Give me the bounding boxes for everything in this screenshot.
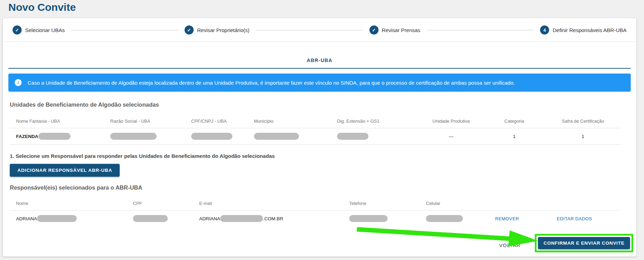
responsaveis-section-heading: Responsável(eis) selecionados para o ABR…	[10, 184, 629, 191]
step-number-icon: 4	[540, 25, 549, 35]
redacted-value	[110, 133, 157, 140]
step-label: Definir Responsáveis ABR-UBA	[553, 27, 627, 33]
col-unidade-produtiva: Unidade Produtiva	[419, 114, 484, 128]
info-icon: i	[15, 79, 22, 86]
wizard-stepper: ✓ Selecionar UBAs ✓ Revisar Proprietário…	[3, 18, 636, 42]
step-label: Revisar Prensas	[382, 27, 420, 33]
step-label: Revisar Proprietário(s)	[197, 27, 249, 33]
page-title: Novo Convite	[8, 1, 76, 13]
step-selecionar-ubas[interactable]: ✓ Selecionar UBAs	[13, 25, 65, 35]
table-row: FAZENDA --- 1 1	[10, 128, 621, 145]
info-banner: i Caso a Unidade de Beneficiamento de Al…	[8, 74, 631, 92]
step-definir-responsaveis[interactable]: 4 Definir Responsáveis ABR-UBA	[540, 25, 627, 35]
col-categoria: Categoria	[484, 114, 545, 128]
step-connector	[256, 30, 363, 30]
col-municipio: Município	[254, 114, 337, 128]
redacted-value	[191, 133, 232, 140]
step-connector	[71, 30, 178, 30]
uba-nome-fantasia: FAZENDA	[16, 134, 38, 139]
step-label: Selecionar UBAs	[25, 27, 65, 33]
annotation-highlight-box: CONFIRMAR E ENVIAR CONVITE	[535, 234, 633, 252]
step-check-icon: ✓	[13, 25, 22, 35]
redacted-value	[337, 133, 368, 140]
col-nome: Nome	[10, 196, 133, 210]
responsavel-email-prefix: ADRIANA	[199, 216, 220, 221]
col-cpf: CPF	[133, 196, 199, 210]
col-dig-extensao: Dig. Extensão + GS1	[337, 114, 419, 128]
col-nome-fantasia: Nome Fantasia - UBA	[10, 114, 110, 128]
uba-categoria: 1	[484, 129, 545, 144]
redacted-value	[349, 215, 388, 222]
ubas-table: Nome Fantasia - UBA Razão Social - UBA C…	[10, 114, 621, 145]
col-cpf-cnpj: CPF/CNPJ - UBA	[191, 114, 254, 128]
tab-bar: ABR-UBA	[3, 57, 636, 63]
editar-dados-button[interactable]: EDITAR DADOS	[557, 216, 592, 221]
step-instruction: 1. Selecione um Responsável para respond…	[10, 153, 629, 159]
responsaveis-table-header: Nome CPF E-mail Telefone Celular	[10, 196, 621, 211]
remover-button[interactable]: REMOVER	[495, 216, 519, 221]
step-connector	[427, 30, 534, 30]
voltar-button[interactable]: VOLTAR	[495, 240, 525, 251]
ubas-section-heading: Unidades de Beneficiamento de Algodão se…	[10, 101, 629, 108]
responsaveis-table: Nome CPF E-mail Telefone Celular ADRIANA…	[10, 196, 621, 227]
redacted-value	[220, 215, 263, 222]
wizard-card: ✓ Selecionar UBAs ✓ Revisar Proprietário…	[3, 18, 636, 257]
tab-indicator	[8, 68, 631, 69]
step-revisar-prensas[interactable]: ✓ Revisar Prensas	[369, 25, 420, 35]
col-safra: Safra de Certificação	[545, 114, 621, 128]
redacted-value	[426, 215, 463, 222]
info-banner-text: Caso a Unidade de Beneficiamento de Algo…	[28, 80, 515, 86]
col-email: E-mail	[199, 196, 349, 210]
confirmar-enviar-convite-button[interactable]: CONFIRMAR E ENVIAR CONVITE	[538, 237, 630, 249]
responsavel-nome: ADRIANA	[16, 216, 37, 221]
table-row: ADRIANA ADRIANA.COM.BR REMOVER EDITAR DA…	[10, 211, 621, 227]
uba-safra: 1	[545, 129, 621, 144]
col-telefone: Telefone	[349, 196, 426, 210]
add-responsavel-button[interactable]: ADICIONAR RESPONSÁVEL ABR-UBA	[10, 164, 120, 177]
responsavel-email-suffix: .COM.BR	[263, 216, 283, 221]
ubas-table-header: Nome Fantasia - UBA Razão Social - UBA C…	[10, 114, 621, 128]
redacted-value	[133, 215, 168, 222]
step-check-icon: ✓	[185, 25, 194, 35]
step-check-icon: ✓	[369, 25, 379, 35]
redacted-value	[38, 133, 70, 140]
col-razao-social: Razão Social - UBA	[110, 114, 191, 128]
redacted-value	[37, 215, 77, 222]
col-celular: Celular	[426, 196, 477, 210]
uba-unidade-produtiva: ---	[419, 129, 484, 144]
tab-abr-uba[interactable]: ABR-UBA	[307, 58, 332, 63]
step-revisar-proprietarios[interactable]: ✓ Revisar Proprietário(s)	[185, 25, 249, 35]
redacted-value	[254, 133, 299, 140]
